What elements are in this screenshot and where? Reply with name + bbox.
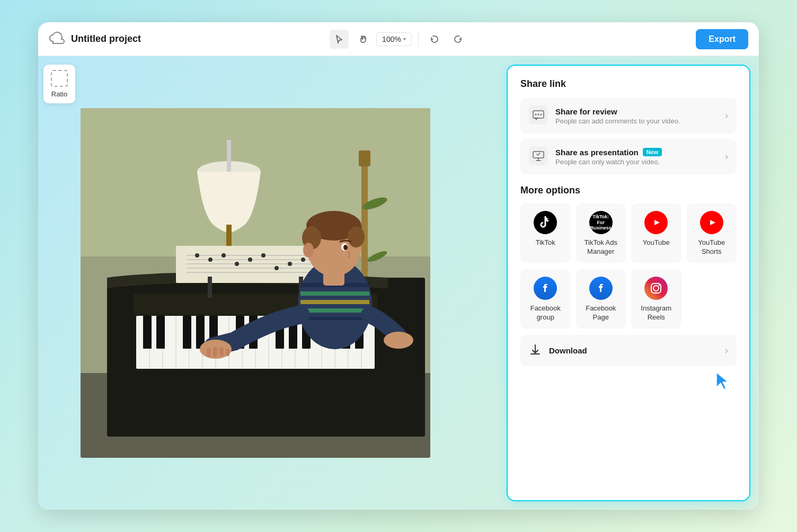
svg-point-86 [535,114,537,116]
svg-point-87 [538,114,539,116]
share-review-chevron-icon: › [725,110,728,121]
share-presentation-title: Share as presentation New [555,148,718,157]
svg-rect-8 [359,150,370,166]
undo-button[interactable] [425,30,444,49]
share-link-title: Share link [520,78,737,90]
youtube-shorts-label: YouTube Shorts [691,238,733,256]
svg-point-26 [248,258,252,262]
share-presentation-desc: People can only watch your video. [555,158,718,166]
new-badge: New [643,148,662,156]
share-review-title: Share for review [555,107,718,116]
download-label: Download [549,346,718,355]
zoom-chevron-icon: ▾ [403,36,406,42]
share-presentation-icon [529,146,548,167]
svg-point-27 [261,253,265,258]
share-review-text: Share for review People can add comments… [555,107,718,125]
download-button[interactable]: Download › [520,335,737,366]
tiktok-button[interactable]: TikTok [520,203,571,263]
tiktok-logo [534,211,557,234]
tiktok-ads-logo: TikTok:ForBusiness [589,211,613,234]
export-button[interactable]: Export [696,29,748,49]
facebook-group-label: Facebook group [525,304,566,322]
svg-point-28 [274,266,279,270]
more-options-title: More options [520,185,737,196]
svg-rect-80 [207,348,211,357]
svg-point-95 [659,284,660,286]
social-grid-row2: Facebook group Facebook Page [520,269,737,329]
share-presentation-text: Share as presentation New People can onl… [555,148,718,166]
video-canvas [81,108,430,458]
svg-rect-4 [227,140,231,172]
svg-rect-53 [183,316,191,349]
project-title: Untitled project [71,33,141,45]
share-review-desc: People can add comments to your video. [555,117,718,125]
main-content: Ratio [38,56,759,510]
svg-rect-67 [300,300,369,304]
tiktok-label: TikTok [536,238,555,247]
share-as-presentation-button[interactable]: Share as presentation New People can onl… [520,139,737,174]
youtube-logo [644,211,668,234]
instagram-reels-logo [644,277,668,300]
share-presentation-chevron-icon: › [725,151,728,162]
instagram-reels-label: Instagram Reels [635,304,677,322]
svg-marker-92 [710,220,715,225]
tiktok-ads-label: TikTok Ads Manager [580,238,622,256]
ratio-label: Ratio [51,90,67,98]
svg-point-29 [288,262,292,266]
svg-rect-68 [300,308,369,313]
cloud-icon [49,30,66,49]
download-chevron-icon: › [725,345,728,356]
left-sidebar: Ratio [38,56,81,510]
svg-point-94 [653,286,659,291]
hand-tool-button[interactable] [353,30,372,49]
facebook-group-logo [534,277,557,300]
svg-point-88 [541,114,542,116]
zoom-selector[interactable]: 100% ▾ [376,32,412,46]
facebook-page-label: Facebook Page [580,304,622,322]
tiktok-ads-button[interactable]: TikTok:ForBusiness TikTok Ads Manager [576,203,626,263]
header-right: Export [474,29,748,49]
youtube-label: YouTube [643,238,670,247]
svg-rect-31 [208,277,212,298]
svg-marker-91 [654,220,660,225]
svg-point-74 [348,226,365,247]
svg-point-79 [384,332,413,349]
header: Untitled project 100% ▾ [38,22,759,56]
svg-point-25 [235,262,239,266]
svg-point-22 [195,253,199,258]
svg-point-23 [208,258,212,262]
svg-rect-69 [300,317,369,320]
svg-rect-51 [143,316,152,349]
share-review-icon [529,105,548,126]
svg-rect-83 [226,349,229,356]
social-grid-empty [687,269,737,329]
svg-rect-52 [156,316,165,349]
youtube-shorts-logo [700,211,723,234]
svg-point-77 [343,245,348,250]
instagram-reels-button[interactable]: Instagram Reels [631,269,681,329]
share-for-review-button[interactable]: Share for review People can add comments… [520,98,737,134]
download-icon [529,343,542,358]
facebook-page-logo [589,277,613,300]
canvas-area [81,56,501,510]
zoom-value: 100% [382,35,401,43]
svg-point-24 [222,253,226,258]
youtube-shorts-button[interactable]: YouTube Shorts [687,203,737,263]
header-divider [418,32,419,47]
ratio-button[interactable]: Ratio [43,65,75,103]
svg-point-30 [301,258,305,262]
facebook-group-button[interactable]: Facebook group [520,269,571,329]
svg-rect-66 [300,291,369,296]
svg-rect-82 [219,347,224,357]
ratio-icon [51,70,68,87]
youtube-button[interactable]: YouTube [631,203,681,263]
app-window: Untitled project 100% ▾ [38,22,759,510]
svg-point-75 [303,243,314,258]
header-left: Untitled project [49,30,323,49]
select-tool-button[interactable] [330,30,349,49]
svg-rect-89 [529,146,548,165]
social-grid-row1: TikTok TikTok:ForBusiness TikTok Ads Man… [520,203,737,263]
facebook-page-button[interactable]: Facebook Page [576,269,626,329]
redo-button[interactable] [448,30,467,49]
right-panel: Share link Share for review People can [507,65,750,501]
